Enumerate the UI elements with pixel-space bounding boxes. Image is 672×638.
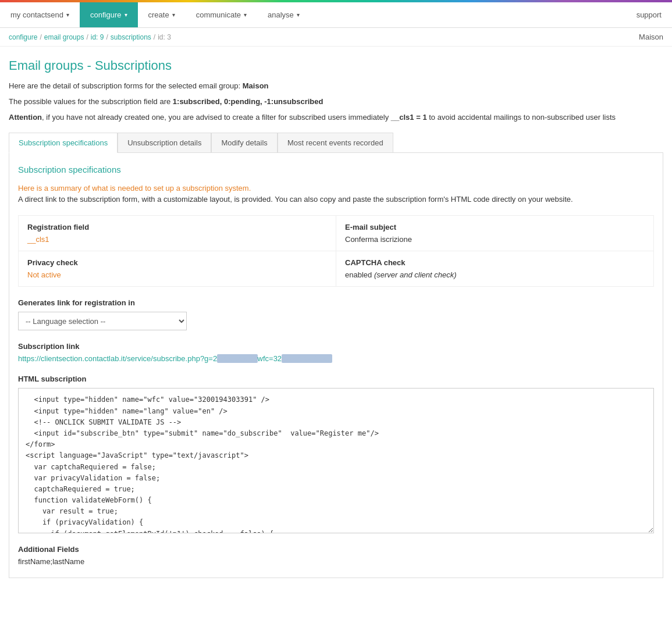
generates-label: Generates link for registration in xyxy=(18,298,654,307)
html-subscription-label: HTML subscription xyxy=(18,375,654,383)
intro-line1: Here are the detail of subscription form… xyxy=(9,80,663,92)
field-cell-email-subject: E-mail subject Conferma iscrizione xyxy=(336,216,654,251)
field-cell-captcha: CAPTCHA check enabled (server and client… xyxy=(336,251,654,287)
email-subject-value: Conferma iscrizione xyxy=(345,235,645,244)
redacted-1: XXXXXXXX xyxy=(217,354,257,363)
nav-item-communicate[interactable]: communicate ▾ xyxy=(186,2,257,27)
nav-item-analyse[interactable]: analyse ▾ xyxy=(257,2,310,27)
tab-unsubscription-details[interactable]: Unsubscription details xyxy=(118,133,211,153)
breadcrumb-sep: / xyxy=(106,33,108,41)
breadcrumb-sep: / xyxy=(86,33,88,41)
main-content: Email groups - Subscriptions Here are th… xyxy=(0,47,672,590)
caret-icon: ▾ xyxy=(66,12,69,18)
redacted-2: XXXXXXXXXX xyxy=(282,354,332,363)
subscription-link-label: Subscription link xyxy=(18,342,654,351)
breadcrumb-configure[interactable]: configure xyxy=(9,33,37,41)
language-select[interactable]: -- Language selection -- English Italian… xyxy=(18,312,187,330)
generates-section: Generates link for registration in -- La… xyxy=(18,298,654,330)
intro-line2: The possible values for the subscription… xyxy=(9,96,663,108)
nav-item-configure[interactable]: configure ▾ xyxy=(80,2,137,27)
page-title: Email groups - Subscriptions xyxy=(9,58,663,73)
field-cell-registration: Registration field __cls1 xyxy=(19,216,336,251)
html-subscription-section: HTML subscription <input type="hidden" n… xyxy=(18,375,654,533)
email-subject-label: E-mail subject xyxy=(345,223,645,231)
tab-modify-details[interactable]: Modify details xyxy=(211,133,277,153)
privacy-check-value: Not active xyxy=(27,270,327,279)
breadcrumb-id9[interactable]: id: 9 xyxy=(91,33,104,41)
additional-fields-value: firstName;lastName xyxy=(18,557,654,566)
nav-support: support xyxy=(626,2,672,27)
caret-icon: ▾ xyxy=(172,12,175,18)
additional-fields-section: Additional Fields firstName;lastName xyxy=(18,545,654,566)
subscription-link-url[interactable]: https://clientsection.contactlab.it/serv… xyxy=(18,354,654,363)
captcha-check-value: enabled (server and client check) xyxy=(345,270,645,279)
caret-icon: ▾ xyxy=(125,12,127,18)
nav-item-create[interactable]: create ▾ xyxy=(138,2,186,27)
tab-content-subscription-specs: Subscription specifications Here is a su… xyxy=(9,153,663,578)
registration-field-value: __cls1 xyxy=(27,235,327,244)
nav-item-my-contactsend[interactable]: my contactsend ▾ xyxy=(0,2,80,27)
breadcrumb: configure / email groups / id: 9 / subsc… xyxy=(9,33,171,41)
additional-fields-label: Additional Fields xyxy=(18,545,654,554)
field-cell-privacy: Privacy check Not active xyxy=(19,251,336,287)
captcha-check-label: CAPTCHA check xyxy=(345,258,645,267)
tab-subscription-specs[interactable]: Subscription specifications xyxy=(9,133,118,153)
field-grid: Registration field __cls1 E-mail subject… xyxy=(18,215,654,287)
main-nav: my contactsend ▾ configure ▾ create ▾ co… xyxy=(0,2,672,28)
breadcrumb-email-groups[interactable]: email groups xyxy=(44,33,84,41)
section-title: Subscription specifications xyxy=(18,165,654,174)
caret-icon: ▾ xyxy=(244,12,247,18)
breadcrumb-user: Maison xyxy=(639,33,663,41)
code-box[interactable]: <input type="hidden" name="wfc" value="3… xyxy=(18,388,654,533)
breadcrumb-sep: / xyxy=(154,33,155,41)
breadcrumb-bar: configure / email groups / id: 9 / subsc… xyxy=(0,28,672,47)
summary-line2: A direct link to the subscription form, … xyxy=(18,195,654,204)
registration-field-label: Registration field xyxy=(27,223,327,231)
breadcrumb-subscriptions[interactable]: subscriptions xyxy=(111,33,151,41)
code-box-wrapper: <input type="hidden" name="wfc" value="3… xyxy=(18,388,654,533)
tabs: Subscription specifications Unsubscripti… xyxy=(9,133,663,153)
breadcrumb-id3: id: 3 xyxy=(158,33,171,41)
attention-text: Attention, if you have not already creat… xyxy=(9,112,663,124)
tab-recent-events[interactable]: Most recent events recorded xyxy=(278,133,393,153)
privacy-check-label: Privacy check xyxy=(27,258,327,267)
subscription-link-section: Subscription link https://clientsection.… xyxy=(18,342,654,363)
breadcrumb-sep: / xyxy=(40,33,41,41)
caret-icon: ▾ xyxy=(297,12,300,18)
summary-line1: Here is a summary of what is needed to s… xyxy=(18,184,654,193)
